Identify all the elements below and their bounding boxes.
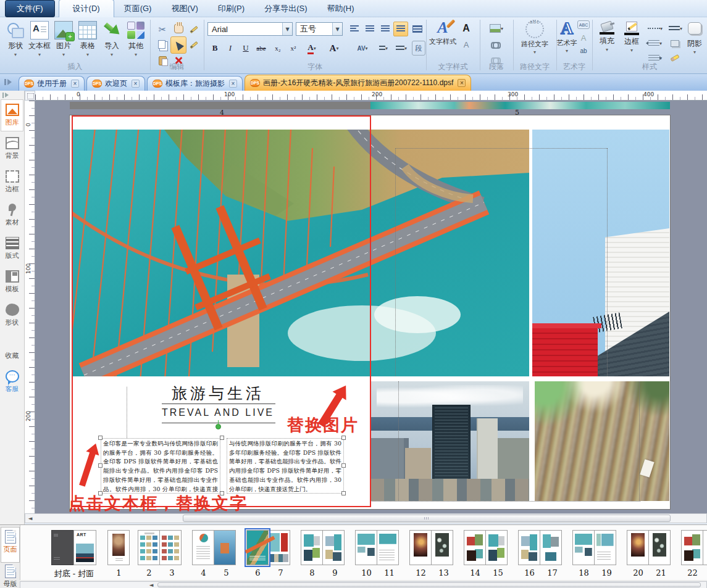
copy-button[interactable] [155,38,170,52]
page-thumbnail[interactable] [268,530,290,565]
chevron-down-icon[interactable]: ▼ [332,23,342,35]
columns-button[interactable]: ▾ [393,41,410,56]
measure-button[interactable] [187,22,201,37]
menu-item-分享导出S[interactable]: 分享导出(S) [254,1,317,17]
page-thumbnail[interactable] [681,530,703,565]
page-thumbnail[interactable] [107,530,130,565]
fill-button[interactable]: 填充 ▾ [595,20,619,65]
font-color-button[interactable]: A▾ [302,41,322,56]
page-thumbnail[interactable]: ART [73,530,96,565]
cut-button[interactable]: ✂ [155,22,170,37]
selection-handle[interactable] [341,436,346,440]
page-thumbnail[interactable] [322,530,345,565]
word-art-gray-a-button[interactable]: A [577,32,590,43]
expand-sidebar-icon[interactable] [2,92,11,99]
page-thumbnail[interactable] [138,530,160,565]
page-thumbnail[interactable] [409,530,432,565]
line-spacing-button[interactable]: ▾ [375,41,391,56]
page-thumbnail[interactable] [464,530,486,565]
page-spread[interactable]: 旅游与生活 TREVAL AND LIVE 金印客是一家专业数码与传统网络排版印… [70,115,670,509]
page-thumbnail[interactable] [431,530,453,565]
close-icon[interactable]: × [132,80,140,88]
page-thumbnail[interactable] [627,530,649,565]
collapse-panel-icon[interactable] [2,77,15,89]
magazine-stacks-photo[interactable] [535,381,669,501]
sidebar-item-gallery[interactable]: 图库 [1,99,23,131]
word-art-abc-button[interactable]: ABC [577,20,590,29]
sidebar-item-material[interactable]: 素材 [1,199,23,231]
page-thumbnail[interactable] [355,530,377,565]
line-style-button[interactable]: ▾ [645,21,665,36]
font-size-select[interactable]: 五号 ▼ [296,22,343,36]
sidebar-item-layout[interactable]: 版式 [1,233,23,265]
page-thumbnail[interactable] [246,530,269,565]
sidebar-item-service[interactable]: 客服 [1,366,23,398]
page-thumbnail[interactable] [51,530,74,565]
doc-tab[interactable]: DPS使用手册× [19,76,85,91]
superscript-button[interactable]: x² [286,41,301,56]
selection-handle[interactable] [98,436,102,440]
scrollbar-thumb[interactable] [157,582,701,587]
sidebar-item-star[interactable]: 收藏 [1,333,23,365]
text-style-button[interactable]: A 文字样式 [429,20,457,65]
selection-handle[interactable] [341,491,346,495]
text-wrap-button[interactable]: ▾ [486,21,507,36]
line-weight-button[interactable]: ▾ [666,21,685,36]
copy-style-button[interactable] [667,36,682,51]
selection-handle[interactable] [341,463,346,468]
text-style-edit-button[interactable]: A [459,37,473,52]
sky-building-photo[interactable] [532,130,669,376]
word-art-button[interactable]: A 艺术字 ▾ [556,20,577,65]
menu-item-印刷P[interactable]: 印刷(P) [208,1,254,17]
tab-pages[interactable]: 页面 [1,527,20,563]
body-text-frame[interactable]: 金印客是一家专业数码与传统网络排版印刷的服务平台，拥有 30 多年印刷服务经验。… [101,438,344,494]
path-text-button[interactable]: abc 路径文字 ▾ [517,20,553,65]
text-column-right[interactable]: 与传统网络排版印刷的服务平台，拥有 30 多年印刷服务经验。金印客 DPS 排版… [227,438,344,494]
sidebar-item-template[interactable]: 模板 [1,266,23,298]
page-thumbnail[interactable] [159,530,182,565]
underline-button[interactable]: U [238,41,253,56]
city-skyline-photo[interactable] [370,381,529,501]
italic-button[interactable]: I [223,41,238,56]
sidebar-item-frame[interactable]: 边框 [1,166,23,198]
selection-handle[interactable] [220,436,224,440]
text-column-left[interactable]: 金印客是一家专业数码与传统网络排版印刷的服务平台，拥有 30 多年印刷服务经验。… [101,438,220,494]
canvas-h-scrollbar[interactable]: ◄ [25,513,707,523]
sidebar-item-background[interactable]: 背景 [1,133,23,165]
title-text-frame[interactable]: 旅游与生活 TREVAL AND LIVE [128,383,307,404]
shadow-button[interactable]: 阴影 ▾ [684,20,706,65]
close-icon[interactable]: × [71,80,79,88]
page-thumbnail[interactable] [648,530,671,565]
tab-master[interactable]: 母版 [1,563,20,588]
page-thumbnail[interactable] [594,530,616,565]
subscript-button[interactable]: x₂ [270,41,285,56]
scrollbar-thumb[interactable] [183,515,671,522]
menu-item-帮助H[interactable]: 帮助(H) [317,1,364,17]
doc-tab[interactable]: DPS模板库：旅游摄影× [147,76,243,91]
grow-font-button[interactable]: A▾ [325,41,343,56]
doc-tab[interactable]: DPS欢迎页× [86,76,145,91]
menu-item-页面G[interactable]: 页面(G) [114,1,162,17]
page-thumbnail[interactable] [377,530,399,565]
insert-import-button[interactable]: 导入▾ [100,20,123,65]
sidebar-item-shape[interactable]: 形状 [1,299,23,331]
text-style-a-button[interactable]: A [459,21,473,36]
page-thumbnail[interactable] [540,530,562,565]
align-center-button[interactable] [362,22,377,36]
insert-other-button[interactable]: 其他▾ [124,20,148,65]
rotate-handle[interactable] [215,424,221,429]
chevron-down-icon[interactable]: ▼ [282,23,292,35]
word-art-ab-button[interactable]: ab [577,46,590,56]
align-right-button[interactable] [378,22,393,36]
design-canvas[interactable]: 4 5 [35,101,707,513]
page-thumbnail[interactable] [518,530,540,565]
golden-gate-bridge-photo[interactable] [72,130,529,376]
align-left-button[interactable] [347,22,362,36]
doc-tab[interactable]: DPS画册-大16开硬壳精装-风景旅行旅游画册200722-1110.dpsf× [245,75,471,91]
link-frames-button[interactable] [488,37,503,52]
menu-item-视图V[interactable]: 视图(V) [161,1,207,17]
page-thumbnail[interactable] [301,530,323,565]
thumbnails-scrollbar[interactable]: ◄ [20,581,707,588]
menu-item-文件F[interactable]: 文件(F) [5,0,55,17]
insert-picture-button[interactable]: 图片▾ [52,20,75,65]
